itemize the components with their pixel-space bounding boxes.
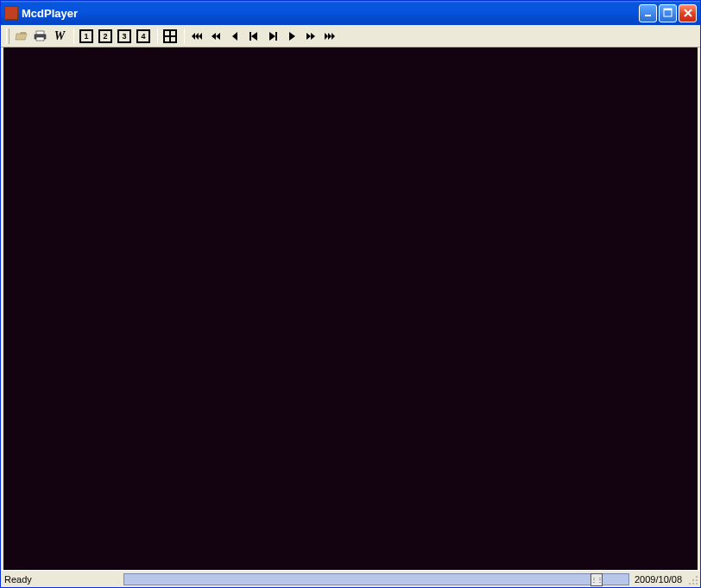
rewind-fast-button[interactable]	[188, 28, 205, 45]
window: McdPlayer	[0, 0, 701, 588]
forward-button[interactable]	[302, 28, 319, 45]
svg-point-11	[696, 576, 698, 578]
rewind-button[interactable]	[207, 28, 224, 45]
folder-open-icon	[15, 29, 28, 43]
view-3-button[interactable]: 3	[116, 28, 133, 45]
svg-rect-3	[36, 31, 44, 35]
print-button[interactable]	[32, 28, 49, 45]
printer-icon	[34, 29, 47, 43]
statusbar: Ready ⋮⋮ 2009/10/08	[1, 570, 700, 587]
resize-grip[interactable]	[685, 572, 699, 586]
view-4-button[interactable]: 4	[135, 28, 152, 45]
toolbar-separator	[73, 28, 74, 44]
grid-view-button[interactable]	[161, 28, 179, 45]
minimize-button[interactable]	[639, 4, 657, 22]
toolbar-grip[interactable]	[6, 28, 9, 44]
view-2-button[interactable]: 2	[97, 28, 114, 45]
box-1-icon: 1	[79, 29, 93, 43]
svg-point-13	[696, 579, 698, 581]
svg-rect-9	[249, 32, 251, 41]
skip-end-button[interactable]	[264, 28, 281, 45]
play-icon	[285, 29, 299, 43]
maximize-button[interactable]	[659, 4, 677, 22]
skip-start-icon	[247, 29, 261, 43]
slider-thumb[interactable]: ⋮⋮	[590, 573, 603, 586]
view-1-button[interactable]: 1	[78, 28, 95, 45]
play-button[interactable]	[283, 28, 300, 45]
video-viewport	[3, 47, 698, 570]
box-2-icon: 2	[98, 29, 112, 43]
rewind-fast-icon	[190, 29, 204, 43]
app-icon	[4, 6, 18, 20]
position-slider[interactable]: ⋮⋮	[123, 573, 629, 585]
toolbar-separator	[184, 28, 185, 44]
w-icon: W	[54, 29, 65, 43]
svg-rect-0	[645, 15, 651, 16]
forward-fast-button[interactable]	[321, 28, 338, 45]
titlebar: McdPlayer	[1, 1, 700, 25]
close-button[interactable]	[679, 4, 697, 22]
svg-point-14	[689, 583, 691, 585]
window-controls	[639, 4, 697, 22]
svg-rect-10	[275, 32, 277, 41]
svg-rect-2	[664, 9, 672, 10]
forward-icon	[304, 29, 318, 43]
rewind-icon	[209, 29, 223, 43]
skip-start-button[interactable]	[245, 28, 262, 45]
toolbar-separator	[157, 28, 158, 44]
step-back-icon	[228, 29, 242, 43]
svg-point-15	[692, 583, 694, 585]
box-4-icon: 4	[136, 29, 150, 43]
box-3-icon: 3	[117, 29, 131, 43]
window-title: McdPlayer	[22, 7, 639, 20]
step-back-button[interactable]	[226, 28, 243, 45]
forward-fast-icon	[323, 29, 337, 43]
svg-rect-5	[36, 37, 44, 41]
svg-point-12	[692, 579, 694, 581]
skip-end-icon	[266, 29, 280, 43]
svg-point-16	[696, 583, 698, 585]
status-text: Ready	[1, 574, 122, 585]
open-button[interactable]	[13, 28, 30, 45]
w-button[interactable]: W	[51, 28, 68, 45]
grid-icon	[163, 29, 177, 43]
position-slider-cell: ⋮⋮	[122, 573, 631, 585]
toolbar: W 1 2 3 4	[1, 25, 700, 47]
